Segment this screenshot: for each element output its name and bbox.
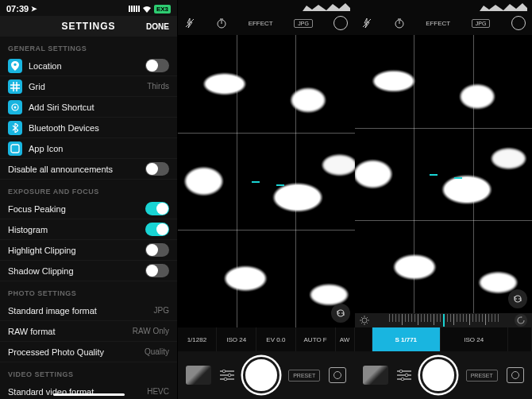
effect-button[interactable]: EFFECT bbox=[426, 20, 450, 27]
setting-grid[interactable]: Grid Thirds bbox=[0, 76, 177, 97]
setting-label: Disable all announcements bbox=[8, 165, 145, 174]
histogram-icon bbox=[480, 3, 527, 11]
gallery-thumbnail[interactable] bbox=[363, 366, 388, 385]
section-header-video: VIDEO SETTINGS bbox=[0, 362, 177, 382]
section-header-exposure: EXPOSURE AND FOCUS bbox=[0, 180, 177, 199]
toggle[interactable] bbox=[145, 59, 169, 72]
toggle[interactable] bbox=[145, 162, 169, 176]
setting-bluetooth[interactable]: Bluetooth Devices bbox=[0, 118, 177, 138]
done-button[interactable]: DONE bbox=[146, 22, 169, 31]
setting-processed[interactable]: Processed Photo Quality Quality bbox=[0, 342, 177, 362]
viewfinder-image bbox=[178, 35, 355, 327]
setting-siri[interactable]: Add Siri Shortcut bbox=[0, 97, 177, 118]
grid-line bbox=[355, 220, 532, 221]
focus-value[interactable]: AUTO F bbox=[296, 327, 336, 351]
grid-line bbox=[237, 35, 237, 327]
home-indicator[interactable] bbox=[53, 393, 125, 396]
location-pin-icon bbox=[8, 59, 22, 73]
effect-button[interactable]: EFFECT bbox=[249, 20, 273, 27]
setting-location[interactable]: Location bbox=[0, 56, 177, 76]
svg-point-13 bbox=[401, 378, 404, 381]
mode-circle-icon[interactable] bbox=[333, 16, 348, 30]
toggle[interactable] bbox=[145, 202, 169, 215]
toggle[interactable] bbox=[145, 223, 169, 236]
settings-screen: 07:39 ➤ EX3 SETTINGS DONE GENERAL SETTIN… bbox=[0, 0, 177, 399]
grid-icon bbox=[8, 79, 22, 94]
setting-label: Add Siri Shortcut bbox=[29, 103, 169, 112]
grid-line bbox=[178, 230, 355, 230]
svg-point-1 bbox=[14, 106, 17, 108]
iso-value[interactable]: ISO 24 bbox=[217, 327, 256, 351]
camera-top-toolbar: EFFECT JPG bbox=[178, 11, 355, 35]
nav-bar: SETTINGS DONE bbox=[0, 16, 177, 37]
setting-disable-announcements[interactable]: Disable all announcements bbox=[0, 159, 177, 180]
toggle[interactable] bbox=[145, 264, 169, 277]
signal-icon bbox=[129, 6, 140, 12]
setting-std-video[interactable]: Standard video format HEVC bbox=[0, 382, 177, 399]
camera-switch-icon[interactable] bbox=[507, 367, 524, 383]
toggle[interactable] bbox=[145, 243, 169, 257]
sliders-icon[interactable] bbox=[220, 370, 234, 381]
setting-label: RAW format bbox=[8, 327, 133, 336]
reset-icon[interactable] bbox=[515, 314, 527, 327]
focus-peak-mark bbox=[430, 174, 438, 176]
mode-circle-icon[interactable] bbox=[511, 16, 526, 30]
sliders-icon[interactable] bbox=[397, 370, 411, 381]
status-bar bbox=[178, 0, 355, 11]
location-icon: ➤ bbox=[31, 5, 37, 13]
grid-line bbox=[295, 35, 296, 327]
timer-icon[interactable] bbox=[216, 17, 227, 29]
format-badge[interactable]: JPG bbox=[294, 19, 313, 28]
svg-point-7 bbox=[224, 378, 227, 381]
value-ruler[interactable] bbox=[355, 313, 532, 327]
preset-button[interactable]: PRESET bbox=[288, 370, 320, 382]
setting-std-image[interactable]: Standard image format JPG bbox=[0, 300, 177, 321]
viewfinder[interactable] bbox=[355, 35, 532, 313]
setting-appicon[interactable]: App Icon bbox=[0, 138, 177, 159]
svg-point-5 bbox=[222, 370, 226, 373]
cycle-icon[interactable] bbox=[331, 304, 350, 323]
preset-button[interactable]: PRESET bbox=[466, 370, 498, 382]
shutter-value[interactable]: S 1/771 bbox=[372, 327, 441, 351]
ev-value[interactable]: EV 0.0 bbox=[256, 327, 296, 351]
shutter-button[interactable] bbox=[420, 357, 457, 393]
setting-shadow-clipping[interactable]: Shadow Clipping bbox=[0, 261, 177, 281]
viewfinder[interactable] bbox=[178, 35, 355, 327]
camera-switch-icon[interactable] bbox=[329, 367, 346, 383]
camera-bottom-bar: PRESET bbox=[178, 351, 355, 399]
ev-trailing[interactable] bbox=[508, 327, 532, 351]
setting-value: JPG bbox=[154, 306, 169, 315]
setting-label: Highlight Clipping bbox=[8, 246, 145, 255]
section-header-general: GENERAL SETTINGS bbox=[0, 37, 177, 56]
gear-icon[interactable] bbox=[360, 316, 369, 325]
wb-value[interactable]: AW bbox=[336, 327, 355, 351]
setting-value: HEVC bbox=[147, 387, 169, 396]
setting-focus-peaking[interactable]: Focus Peaking bbox=[0, 199, 177, 219]
status-bar bbox=[355, 0, 532, 11]
gallery-thumbnail[interactable] bbox=[186, 366, 211, 385]
grid-line bbox=[178, 133, 355, 134]
iso-value[interactable]: ISO 24 bbox=[441, 327, 509, 351]
setting-label: Standard image format bbox=[8, 306, 154, 316]
cycle-icon[interactable] bbox=[508, 289, 527, 308]
flash-off-icon[interactable] bbox=[361, 17, 372, 29]
grid-line bbox=[473, 35, 474, 313]
svg-point-6 bbox=[228, 374, 231, 377]
timer-icon[interactable] bbox=[394, 17, 405, 29]
svg-point-10 bbox=[362, 318, 367, 323]
flash-off-icon[interactable] bbox=[184, 17, 195, 29]
clock: 07:39 bbox=[6, 4, 29, 14]
page-title: SETTINGS bbox=[61, 21, 115, 32]
setting-highlight-clipping[interactable]: Highlight Clipping bbox=[0, 240, 177, 261]
setting-label: App Icon bbox=[29, 144, 169, 153]
bluetooth-icon bbox=[8, 121, 22, 135]
siri-icon bbox=[8, 100, 22, 114]
format-badge[interactable]: JPG bbox=[472, 19, 491, 28]
setting-histogram[interactable]: Histogram bbox=[0, 219, 177, 240]
setting-label: Bluetooth Devices bbox=[29, 123, 169, 133]
setting-value: Thirds bbox=[147, 82, 169, 91]
shutter-button[interactable] bbox=[243, 357, 279, 393]
setting-raw[interactable]: RAW format RAW Only bbox=[0, 321, 177, 342]
setting-label: Histogram bbox=[8, 225, 145, 234]
shutter-value[interactable]: 1/1282 bbox=[178, 327, 218, 351]
